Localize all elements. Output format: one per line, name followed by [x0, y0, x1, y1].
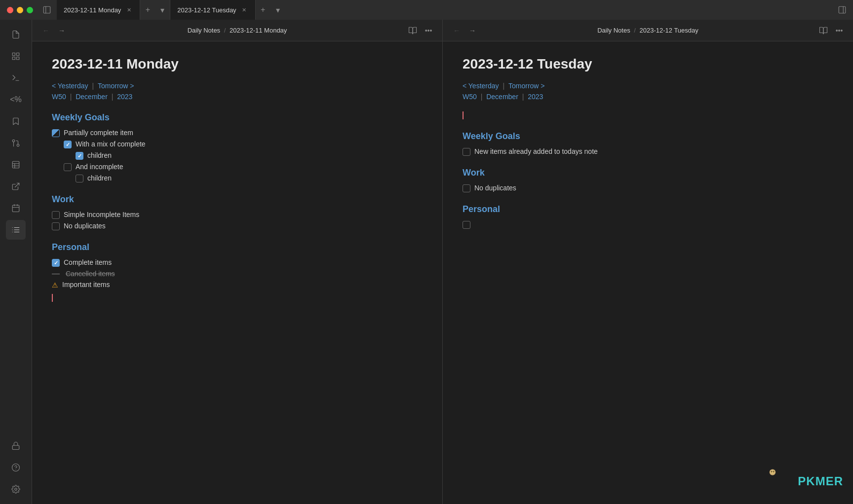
- text-cursor-1: [52, 294, 53, 302]
- checkbox-checked[interactable]: [52, 259, 60, 267]
- pane-2-toolbar-right: •••: [816, 24, 846, 37]
- task-text: Simple Incomplete Items: [64, 211, 139, 218]
- pkmer-icon: [768, 468, 794, 494]
- task-item: No duplicates: [463, 184, 833, 192]
- sidebar-icon-terminal[interactable]: [6, 68, 26, 88]
- tomorrow-link-1[interactable]: Tomorrow >: [98, 82, 134, 90]
- sidebar-icon-bookmark[interactable]: [6, 111, 26, 131]
- cursor-area-top-2[interactable]: [463, 110, 833, 119]
- tab-1[interactable]: 2023-12-11 Monday ✕: [57, 0, 140, 20]
- sidebar-icon-help[interactable]: [6, 458, 26, 477]
- nav-links-2: < Yesterday | Tomorrow >: [463, 82, 833, 90]
- tab-dropdown-1[interactable]: ▾: [155, 0, 170, 20]
- reading-mode-2[interactable]: [816, 24, 830, 37]
- sidebar: <%: [0, 20, 32, 504]
- cursor-area-1[interactable]: [52, 293, 423, 302]
- date-links-2: W50 | December | 2023: [463, 93, 833, 101]
- svg-point-38: [774, 471, 774, 471]
- sidebar-icon-file[interactable]: [6, 25, 26, 44]
- tab-2-close[interactable]: ✕: [240, 6, 248, 14]
- tab-1-close[interactable]: ✕: [125, 6, 133, 14]
- tab-2[interactable]: 2023-12-12 Tuesday ✕: [170, 0, 255, 20]
- yesterday-link-2[interactable]: < Yesterday: [463, 82, 499, 90]
- year-link-2[interactable]: 2023: [528, 93, 543, 101]
- yesterday-link-1[interactable]: < Yesterday: [52, 82, 88, 90]
- pane-2-breadcrumb: Daily Notes / 2023-12-12 Tuesday: [483, 27, 813, 34]
- checkbox-partial[interactable]: [52, 129, 60, 137]
- task-item: And incomplete: [52, 163, 423, 171]
- personal-heading-2: Personal: [463, 204, 833, 215]
- sidebar-icon-plug[interactable]: [6, 177, 26, 196]
- weekly-goals-heading-2: Weekly Goals: [463, 131, 833, 142]
- task-item: No duplicates: [52, 222, 423, 230]
- breadcrumb-sep-2: /: [634, 27, 637, 34]
- breadcrumb-root-2[interactable]: Daily Notes: [597, 27, 630, 34]
- svg-point-30: [15, 488, 17, 491]
- svg-point-37: [772, 471, 772, 471]
- tomorrow-link-2[interactable]: Tomorrow >: [508, 82, 545, 90]
- sidebar-icon-table[interactable]: [6, 155, 26, 175]
- nav-links-1: < Yesterday | Tomorrow >: [52, 82, 423, 90]
- date-links-1: W50 | December | 2023: [52, 93, 423, 101]
- tabs-container: 2023-12-11 Monday ✕ + ▾ 2023-12-12 Tuesd…: [40, 0, 853, 20]
- task-text: Complete items: [64, 258, 112, 266]
- note-title-2: 2023-12-12 Tuesday: [463, 56, 833, 72]
- pkmer-logo: PKMER: [768, 468, 843, 494]
- checkbox-empty[interactable]: [463, 221, 470, 229]
- more-options-1[interactable]: •••: [422, 24, 435, 37]
- checkbox-empty[interactable]: [463, 148, 470, 156]
- task-item: ⚠ Important items: [52, 281, 423, 289]
- svg-rect-12: [12, 161, 19, 168]
- forward-button-2[interactable]: →: [465, 24, 479, 37]
- svg-point-28: [12, 464, 20, 471]
- reading-mode-1[interactable]: [406, 24, 420, 37]
- year-link-1[interactable]: 2023: [117, 93, 132, 101]
- task-item: New items already added to todays note: [463, 147, 833, 156]
- title-bar: 2023-12-11 Monday ✕ + ▾ 2023-12-12 Tuesd…: [0, 0, 853, 20]
- sidebar-icon-git[interactable]: [6, 133, 26, 153]
- checkbox-empty[interactable]: [463, 184, 470, 192]
- task-text-cancelled: Cancelled items: [66, 270, 115, 278]
- pane-1-nav: ← →: [39, 24, 69, 37]
- checkbox-empty[interactable]: [76, 175, 83, 182]
- task-text: children: [87, 174, 112, 182]
- checkbox-empty[interactable]: [52, 211, 60, 219]
- task-item: Partially complete item: [52, 129, 423, 137]
- sidebar-icon-vault[interactable]: [6, 436, 26, 456]
- work-heading-1: Work: [52, 194, 423, 205]
- tab-add-1[interactable]: +: [140, 0, 155, 20]
- tab-add-2[interactable]: +: [256, 0, 271, 20]
- personal-tasks-1: Complete items — Cancelled items ⚠ Impor…: [52, 258, 423, 289]
- december-link-1[interactable]: December: [76, 93, 108, 101]
- sidebar-icon-settings[interactable]: [6, 479, 26, 499]
- breadcrumb-page-1: 2023-12-11 Monday: [230, 27, 287, 34]
- sidebar-icon-list[interactable]: [6, 220, 26, 240]
- pane-1-toolbar: ← → Daily Notes / 2023-12-11 Monday •••: [32, 20, 442, 41]
- checkbox-empty[interactable]: [64, 163, 72, 171]
- checkbox-checked[interactable]: [76, 152, 83, 160]
- sidebar-icon-percent[interactable]: <%: [6, 90, 26, 109]
- task-item: Complete items: [52, 258, 423, 267]
- checkbox-checked[interactable]: [64, 141, 72, 148]
- task-item: Simple Incomplete Items: [52, 211, 423, 219]
- sidebar-icon-calendar[interactable]: [6, 198, 26, 218]
- w50-link-1[interactable]: W50: [52, 93, 66, 101]
- layout-toggle[interactable]: [835, 3, 849, 17]
- checkbox-empty[interactable]: [52, 222, 60, 230]
- back-button-2[interactable]: ←: [450, 24, 464, 37]
- maximize-button[interactable]: [27, 7, 33, 13]
- minimize-button[interactable]: [17, 7, 23, 13]
- close-button[interactable]: [7, 7, 13, 13]
- w50-link-2[interactable]: W50: [463, 93, 477, 101]
- tab-dropdown-2[interactable]: ▾: [271, 0, 285, 20]
- more-options-2[interactable]: •••: [832, 24, 846, 37]
- sidebar-toggle[interactable]: [40, 3, 54, 17]
- personal-heading-1: Personal: [52, 242, 423, 252]
- task-item: children: [52, 174, 423, 182]
- sidebar-icon-grid[interactable]: [6, 46, 26, 66]
- december-link-2[interactable]: December: [486, 93, 518, 101]
- breadcrumb-root-1[interactable]: Daily Notes: [188, 27, 220, 34]
- back-button-1[interactable]: ←: [39, 24, 53, 37]
- pane-1-content: 2023-12-11 Monday < Yesterday | Tomorrow…: [32, 41, 442, 504]
- forward-button-1[interactable]: →: [55, 24, 69, 37]
